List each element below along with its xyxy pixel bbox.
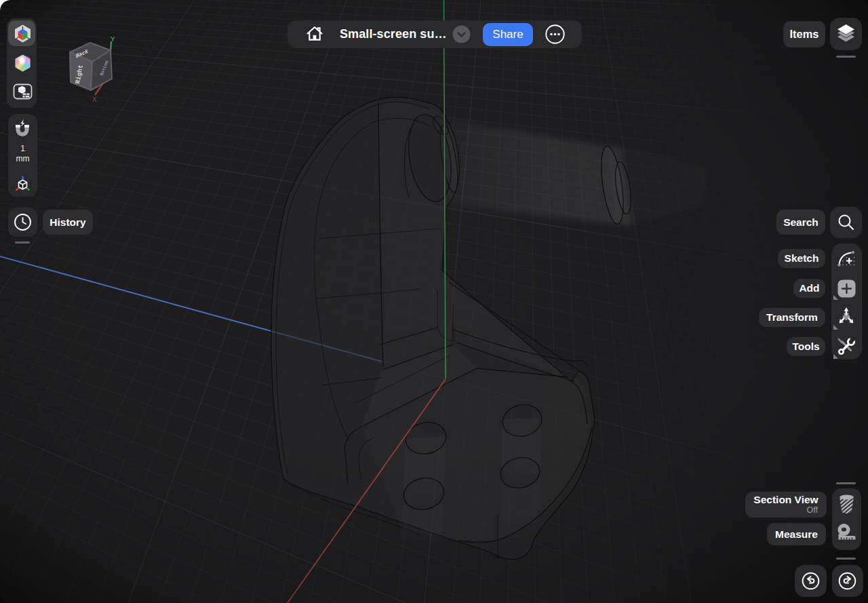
svg-text:X: X xyxy=(92,96,97,102)
